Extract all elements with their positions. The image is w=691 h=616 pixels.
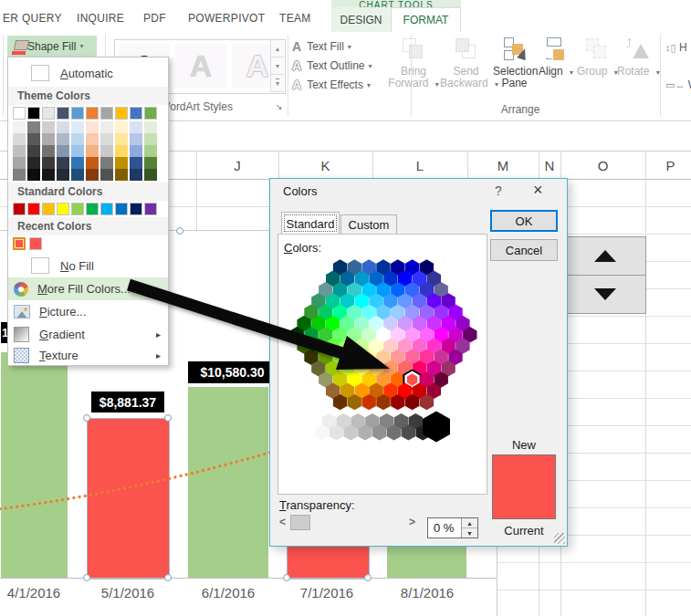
- theme-color-swatch[interactable]: [144, 107, 157, 120]
- column-header-L[interactable]: L: [372, 153, 467, 177]
- recent-color-swatch[interactable]: [13, 237, 26, 250]
- gallery-more-button[interactable]: ▾: [270, 75, 284, 92]
- theme-color-swatch[interactable]: [130, 107, 142, 120]
- theme-shade-swatch[interactable]: [42, 157, 55, 169]
- dialog-launcher-icon[interactable]: ↘: [276, 102, 283, 111]
- ribbon-tab-powerpivot[interactable]: POWERPIVOT: [188, 12, 265, 25]
- theme-shade-swatch[interactable]: [42, 121, 55, 133]
- theme-shade-swatch[interactable]: [100, 157, 113, 169]
- transparency-value-field[interactable]: 0 % ▲▼: [427, 517, 478, 538]
- text-style-text-effects[interactable]: AText Effects▾: [292, 76, 371, 94]
- arrange-align[interactable]: ←Align ▾: [537, 37, 575, 78]
- transparency-slider-thumb[interactable]: [290, 515, 310, 530]
- standard-color-swatch[interactable]: [115, 203, 128, 215]
- theme-shade-swatch[interactable]: [115, 145, 128, 157]
- theme-shade-swatch[interactable]: [27, 121, 40, 133]
- ribbon-tab-team[interactable]: TEAM: [279, 12, 311, 25]
- size-height-stub[interactable]: ↕▯ H: [665, 41, 687, 54]
- ribbon-tab-inquire[interactable]: INQUIRE: [77, 12, 124, 25]
- theme-shade-swatch[interactable]: [57, 121, 69, 133]
- theme-color-swatch[interactable]: [71, 107, 84, 120]
- theme-shade-swatch[interactable]: [86, 121, 99, 133]
- bar-selection-handle[interactable]: [364, 574, 372, 581]
- theme-shade-swatch[interactable]: [86, 157, 99, 169]
- menu-item-no-fill[interactable]: No Fill: [8, 254, 168, 277]
- theme-shade-swatch[interactable]: [42, 145, 55, 157]
- theme-shade-swatch[interactable]: [144, 133, 157, 145]
- theme-shade-swatch[interactable]: [13, 121, 26, 133]
- theme-shade-swatch[interactable]: [86, 133, 99, 145]
- standard-color-swatch[interactable]: [13, 203, 26, 215]
- wordart-style-tile[interactable]: A: [175, 44, 226, 88]
- dialog-title[interactable]: Colors: [283, 184, 318, 198]
- sheet-spin-down-button[interactable]: [564, 275, 646, 314]
- theme-shade-swatch[interactable]: [100, 121, 113, 133]
- theme-shade-swatch[interactable]: [144, 169, 157, 181]
- theme-shade-swatch[interactable]: [57, 169, 69, 181]
- cancel-button[interactable]: Cancel: [490, 239, 558, 261]
- standard-colors-honeycomb[interactable]: [278, 255, 487, 448]
- text-style-text-fill[interactable]: AText Fill▾: [292, 37, 351, 56]
- column-header-P[interactable]: P: [645, 153, 691, 177]
- theme-shade-swatch[interactable]: [13, 145, 26, 157]
- column-header-M[interactable]: M: [467, 153, 539, 177]
- theme-shade-swatch[interactable]: [115, 121, 128, 133]
- theme-shade-swatch[interactable]: [27, 145, 40, 157]
- theme-shade-swatch[interactable]: [71, 169, 84, 181]
- theme-shade-swatch[interactable]: [86, 169, 99, 181]
- tab-custom[interactable]: Custom: [340, 214, 397, 235]
- recent-color-swatch[interactable]: [29, 237, 42, 250]
- tab-standard[interactable]: Standard: [281, 212, 340, 235]
- gallery-scroll-down[interactable]: ▾: [270, 57, 284, 75]
- theme-shade-swatch[interactable]: [115, 157, 128, 169]
- theme-shade-swatch[interactable]: [57, 145, 69, 157]
- theme-color-swatch[interactable]: [27, 107, 40, 120]
- menu-item-picture[interactable]: Picture...: [8, 300, 168, 323]
- column-header-N[interactable]: N: [539, 153, 560, 177]
- theme-color-swatch[interactable]: [13, 107, 26, 120]
- theme-shade-swatch[interactable]: [57, 133, 69, 145]
- ribbon-tab-pdf[interactable]: PDF: [143, 12, 166, 25]
- text-style-text-outline[interactable]: AText Outline▾: [292, 57, 372, 75]
- theme-shade-swatch[interactable]: [115, 169, 128, 181]
- theme-shade-swatch[interactable]: [130, 145, 142, 157]
- theme-shade-swatch[interactable]: [71, 145, 84, 157]
- theme-color-swatch[interactable]: [115, 107, 128, 120]
- menu-item-gradient[interactable]: Gradient ▸: [8, 323, 168, 345]
- ok-button[interactable]: OK: [490, 210, 558, 232]
- theme-shade-swatch[interactable]: [100, 145, 113, 157]
- sheet-spin-up-button[interactable]: [564, 236, 646, 276]
- theme-shade-swatch[interactable]: [130, 157, 142, 169]
- help-button[interactable]: ?: [495, 183, 502, 198]
- standard-color-swatch[interactable]: [71, 203, 84, 215]
- theme-shade-swatch[interactable]: [42, 169, 55, 181]
- theme-shade-swatch[interactable]: [27, 169, 40, 181]
- theme-color-swatch[interactable]: [57, 107, 69, 120]
- transparency-spinner[interactable]: ▲▼: [461, 518, 477, 538]
- close-button[interactable]: ×: [533, 181, 543, 200]
- theme-shade-swatch[interactable]: [130, 121, 142, 133]
- standard-color-swatch[interactable]: [144, 203, 157, 215]
- column-header-O[interactable]: O: [560, 153, 645, 177]
- theme-color-swatch[interactable]: [100, 107, 113, 120]
- resize-grip[interactable]: [554, 533, 565, 544]
- theme-shade-swatch[interactable]: [13, 157, 26, 169]
- standard-color-swatch[interactable]: [100, 203, 113, 215]
- theme-shade-swatch[interactable]: [42, 133, 55, 145]
- theme-color-swatch[interactable]: [42, 107, 55, 120]
- spinner-up-icon[interactable]: ▲: [462, 518, 477, 528]
- theme-shade-swatch[interactable]: [13, 169, 26, 181]
- ribbon-tab-format-active[interactable]: FORMAT: [391, 7, 461, 32]
- standard-color-swatch[interactable]: [86, 203, 99, 215]
- bar-selection-handle[interactable]: [283, 574, 290, 581]
- theme-shade-swatch[interactable]: [144, 157, 157, 169]
- bar-selection-handle[interactable]: [164, 414, 172, 422]
- standard-color-swatch[interactable]: [27, 203, 40, 215]
- column-header-J[interactable]: J: [196, 153, 278, 177]
- slider-right-arrow[interactable]: >: [409, 516, 415, 528]
- theme-shade-swatch[interactable]: [57, 157, 69, 169]
- theme-shade-swatch[interactable]: [13, 133, 26, 145]
- bar-selection-handle[interactable]: [83, 414, 90, 422]
- standard-color-swatch[interactable]: [42, 203, 55, 215]
- standard-color-swatch[interactable]: [130, 203, 142, 215]
